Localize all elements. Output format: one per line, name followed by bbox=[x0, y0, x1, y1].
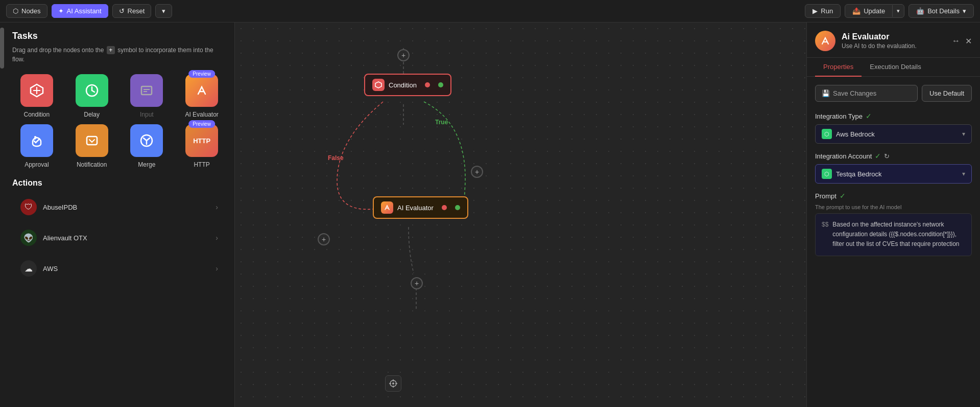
ai-evaluator-node-label: AI Evaluator bbox=[397, 204, 434, 212]
integration-account-check: ✓ bbox=[875, 152, 881, 160]
input-icon bbox=[130, 74, 163, 107]
tab-properties[interactable]: Properties bbox=[815, 58, 862, 77]
plus-button-top[interactable]: + bbox=[397, 49, 410, 61]
tab-execution-details[interactable]: Execution Details bbox=[862, 58, 929, 77]
tasks-panel: Tasks Drag and drop the nodes onto the +… bbox=[0, 22, 235, 407]
condition-output-dot bbox=[425, 82, 430, 87]
ai-assistant-icon: ✦ bbox=[58, 7, 64, 15]
action-alienvault[interactable]: 👽 Alienvault OTX › bbox=[12, 223, 226, 252]
topbar-right: ▶ Run 📤 Update ▾ 🤖 Bot Details ▾ bbox=[805, 4, 974, 18]
plus-button-bottom[interactable]: + bbox=[411, 277, 423, 289]
condition-node-label: Condition bbox=[389, 81, 417, 89]
integration-account-select[interactable]: ⬡ Testqa Bedrock ▾ bbox=[815, 164, 972, 184]
task-input[interactable]: Input bbox=[123, 74, 172, 118]
use-default-button[interactable]: Use Default bbox=[922, 85, 972, 102]
condition-output-dot-green bbox=[438, 82, 443, 87]
approval-icon bbox=[20, 124, 53, 157]
nodes-button[interactable]: ⬡ Nodes bbox=[6, 4, 47, 18]
save-icon: 💾 bbox=[822, 89, 830, 97]
task-merge[interactable]: Merge bbox=[123, 124, 172, 168]
task-approval[interactable]: Approval bbox=[12, 124, 61, 168]
target-icon[interactable] bbox=[385, 375, 401, 392]
alien-chevron: › bbox=[216, 234, 218, 242]
plus-button-mid-right[interactable]: + bbox=[471, 166, 483, 178]
save-changes-label: Save Changes bbox=[833, 89, 876, 97]
tasks-desc-part1: Drag and drop the nodes onto the bbox=[12, 47, 104, 54]
svg-rect-9 bbox=[87, 137, 97, 145]
notification-icon bbox=[76, 124, 108, 157]
nodes-label: Nodes bbox=[21, 7, 41, 15]
ai-evaluator-node[interactable]: AI Evaluator bbox=[373, 196, 468, 219]
dropdown-arrow-button[interactable]: ▾ bbox=[155, 4, 172, 18]
task-http[interactable]: Preview HTTP HTTP bbox=[177, 124, 226, 168]
update-main-button[interactable]: 📤 Update bbox=[845, 5, 892, 17]
run-icon: ▶ bbox=[812, 7, 818, 15]
ai-evaluator-icon bbox=[185, 74, 218, 107]
ai-evaluator-output-dot-green bbox=[455, 205, 460, 210]
svg-marker-14 bbox=[375, 82, 381, 88]
tasks-panel-scroll[interactable]: Tasks Drag and drop the nodes onto the +… bbox=[4, 22, 234, 407]
action-left-aws: ☁ AWS bbox=[20, 260, 58, 277]
prompt-check: ✓ bbox=[840, 192, 846, 200]
close-icon[interactable]: ✕ bbox=[965, 36, 972, 46]
bot-details-icon: 🤖 bbox=[916, 7, 924, 15]
svg-point-16 bbox=[392, 382, 394, 385]
task-notification[interactable]: Notification bbox=[67, 124, 116, 168]
actions-title: Actions bbox=[12, 178, 226, 188]
integration-type-label: Integration Type ✓ bbox=[815, 112, 972, 120]
update-label: Update bbox=[864, 7, 885, 15]
aws-bedrock-icon: ⬡ bbox=[822, 129, 832, 139]
refresh-icon[interactable]: ↻ bbox=[884, 152, 890, 160]
false-label: False bbox=[328, 154, 344, 162]
run-button[interactable]: ▶ Run bbox=[805, 4, 841, 18]
action-aws[interactable]: ☁ AWS › bbox=[12, 254, 226, 283]
action-left-alien: 👽 Alienvault OTX bbox=[20, 230, 87, 246]
plus-symbol: + bbox=[107, 46, 115, 54]
input-label: Input bbox=[140, 111, 154, 118]
action-left-abuse: 🛡 AbuseIPDB bbox=[20, 199, 77, 215]
run-label: Run bbox=[821, 7, 833, 15]
integration-account-section: Integration Account ✓ ↻ ⬡ Testqa Bedrock… bbox=[815, 152, 972, 184]
update-dropdown-button[interactable]: ▾ bbox=[892, 5, 904, 17]
tasks-header: Tasks Drag and drop the nodes onto the +… bbox=[4, 22, 234, 68]
delay-icon bbox=[76, 74, 108, 107]
ai-evaluator-output-dot-red bbox=[442, 205, 447, 210]
ai-assistant-label: AI Assistant bbox=[67, 7, 102, 15]
condition-node-icon bbox=[372, 79, 385, 91]
notification-label: Notification bbox=[77, 161, 107, 168]
delay-label: Delay bbox=[84, 111, 100, 118]
condition-label: Condition bbox=[24, 111, 50, 118]
ai-assistant-button[interactable]: ✦ AI Assistant bbox=[52, 4, 108, 18]
main-layout: Tasks Drag and drop the nodes onto the +… bbox=[0, 22, 980, 407]
integration-type-select[interactable]: ⬡ Aws Bedrock ▾ bbox=[815, 124, 972, 144]
panel-title-wrap: Ai Evaluator Use AI to do the evaluation… bbox=[842, 32, 946, 50]
integration-account-value: Testqa Bedrock bbox=[836, 170, 882, 178]
plus-button-mid-left[interactable]: + bbox=[318, 233, 330, 245]
update-icon: 📤 bbox=[852, 7, 861, 15]
save-changes-button[interactable]: 💾 Save Changes bbox=[815, 85, 918, 102]
panel-subtitle: Use AI to do the evaluation. bbox=[842, 42, 946, 50]
integration-type-inner: ⬡ Aws Bedrock bbox=[822, 129, 875, 139]
alien-icon: 👽 bbox=[20, 230, 37, 246]
true-label: True bbox=[435, 119, 448, 126]
reset-icon: ↺ bbox=[119, 7, 125, 15]
merge-label: Merge bbox=[138, 161, 155, 168]
ai-evaluator-preview-badge: Preview bbox=[188, 70, 215, 78]
testqa-bedrock-icon: ⬡ bbox=[822, 169, 832, 179]
canvas-area[interactable]: + Condition True False + AI Evaluator + bbox=[235, 22, 806, 407]
integration-account-chevron: ▾ bbox=[962, 170, 965, 177]
task-condition[interactable]: Condition bbox=[12, 74, 61, 118]
condition-node[interactable]: Condition bbox=[364, 74, 451, 96]
abuse-icon: 🛡 bbox=[20, 199, 37, 215]
abuse-chevron: › bbox=[216, 203, 218, 211]
bot-details-button[interactable]: 🤖 Bot Details ▾ bbox=[909, 4, 974, 18]
reset-button[interactable]: ↺ Reset bbox=[112, 4, 152, 18]
task-ai-evaluator[interactable]: Preview AI Evaluator bbox=[177, 74, 226, 118]
flow-svg bbox=[235, 22, 806, 407]
expand-icon[interactable]: ↔ bbox=[952, 36, 960, 46]
action-abusipdb[interactable]: 🛡 AbuseIPDB › bbox=[12, 193, 226, 221]
approval-label: Approval bbox=[25, 161, 49, 168]
task-delay[interactable]: Delay bbox=[67, 74, 116, 118]
panel-ai-evaluator-icon bbox=[815, 31, 835, 51]
prompt-prefix: $$ bbox=[822, 220, 828, 250]
